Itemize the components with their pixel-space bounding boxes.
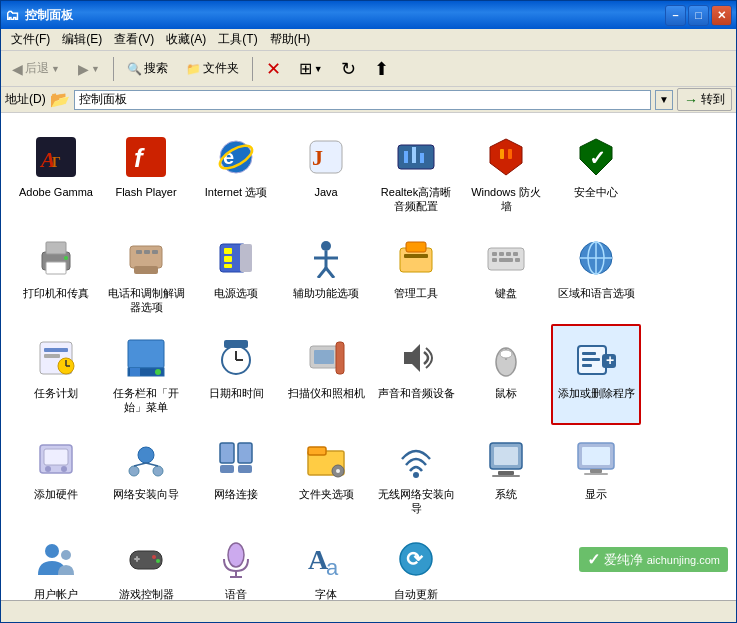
control-item-security[interactable]: ✓ 安全中心 [551, 123, 641, 224]
svg-rect-59 [128, 340, 164, 368]
admin-icon [392, 234, 440, 282]
svg-rect-15 [500, 149, 504, 159]
menu-help[interactable]: 帮助(H) [264, 29, 317, 50]
control-item-datetime[interactable]: 日期和时间 [191, 324, 281, 425]
svg-rect-24 [134, 266, 158, 274]
svg-rect-90 [238, 443, 252, 463]
internet-icon: e [212, 133, 260, 181]
go-button[interactable]: → 转到 [677, 88, 732, 111]
delete-button[interactable]: ✕ [259, 55, 288, 83]
sound-label: 声音和音频设备 [378, 386, 455, 400]
autoupdate-label: 自动更新 [394, 587, 438, 600]
hardware-label: 添加硬件 [34, 487, 78, 501]
folders-button[interactable]: 📁 文件夹 [179, 57, 246, 80]
control-item-display[interactable]: 显示 [551, 425, 641, 526]
svg-line-87 [134, 463, 146, 466]
display-icon [572, 435, 620, 483]
control-item-folderopt[interactable]: 文件夹选项 [281, 425, 371, 526]
svg-rect-26 [144, 250, 150, 254]
svg-rect-21 [46, 262, 66, 274]
control-item-hardware[interactable]: 添加硬件 [11, 425, 101, 526]
netsetup-label: 网络安装向导 [113, 487, 179, 501]
svg-rect-91 [220, 465, 234, 473]
control-item-netconn[interactable]: 网络连接 [191, 425, 281, 526]
control-item-modem[interactable]: 电话和调制解调器选项 [101, 224, 191, 325]
control-item-java[interactable]: J Java [281, 123, 371, 224]
svg-rect-29 [224, 248, 232, 254]
menu-file[interactable]: 文件(F) [5, 29, 56, 50]
security-icon: ✓ [572, 133, 620, 181]
control-item-admin[interactable]: 管理工具 [371, 224, 461, 325]
back-dropdown-icon: ▼ [51, 64, 60, 74]
refresh-button[interactable]: ↻ [334, 55, 363, 83]
control-item-keyboard[interactable]: 键盘 [461, 224, 551, 325]
wireless-label: 无线网络安装向导 [377, 487, 455, 516]
internet-label: Internet 选项 [205, 185, 267, 199]
control-item-flash-player[interactable]: f Flash Player [101, 123, 191, 224]
menu-view[interactable]: 查看(V) [108, 29, 160, 50]
maximize-button[interactable]: □ [688, 5, 709, 26]
control-item-power[interactable]: 电源选项 [191, 224, 281, 325]
control-item-fonts[interactable]: A a 字体 [281, 525, 371, 600]
control-item-netsetup[interactable]: 网络安装向导 [101, 425, 191, 526]
minimize-button[interactable]: – [665, 5, 686, 26]
svg-rect-3 [126, 137, 166, 177]
control-item-realtek[interactable]: Realtek高清晰音频配置 [371, 123, 461, 224]
control-item-system[interactable]: 系统 [461, 425, 551, 526]
watermark-check-icon: ✓ [587, 550, 600, 569]
back-icon: ◀ [12, 61, 23, 77]
menu-favorites[interactable]: 收藏(A) [160, 29, 212, 50]
control-item-sound[interactable]: 声音和音频设备 [371, 324, 461, 425]
control-item-game[interactable]: 游戏控制器 [101, 525, 191, 600]
svg-rect-100 [498, 471, 514, 475]
address-input[interactable] [74, 90, 651, 110]
menu-tools[interactable]: 工具(T) [212, 29, 263, 50]
control-item-adobe-gamma[interactable]: A Γ Adobe Gamma [11, 123, 101, 224]
control-item-addremove[interactable]: + 添加或删除程序 [551, 324, 641, 425]
svg-rect-110 [134, 558, 140, 560]
control-item-region[interactable]: 区域和语言选项 [551, 224, 641, 325]
svg-point-85 [129, 466, 139, 476]
firewall-icon [482, 133, 530, 181]
svg-rect-79 [582, 364, 592, 367]
title-bar: 🗂 控制面板 – □ ✕ [1, 1, 736, 29]
close-button[interactable]: ✕ [711, 5, 732, 26]
main-grid: A Γ Adobe Gamma f Flash Player e Interne… [1, 113, 736, 600]
watermark-subtext: aichunjing.com [647, 554, 720, 566]
control-item-speech[interactable]: 语音 [191, 525, 281, 600]
control-item-accessibility[interactable]: 辅助功能选项 [281, 224, 371, 325]
up-button[interactable]: ⬆ [367, 55, 396, 83]
control-item-mouse[interactable]: 鼠标 [461, 324, 551, 425]
back-button[interactable]: ◀ 后退 ▼ [5, 57, 67, 80]
svg-point-33 [321, 241, 331, 251]
search-button[interactable]: 🔍 搜索 [120, 57, 175, 80]
svg-rect-20 [46, 242, 66, 254]
view-dropdown-icon: ▼ [314, 64, 323, 74]
control-item-taskbar[interactable]: 任务栏和「开始」菜单 [101, 324, 191, 425]
status-bar [1, 600, 736, 622]
control-item-users[interactable]: 用户帐户 [11, 525, 101, 600]
view-button[interactable]: ⊞ ▼ [292, 56, 330, 81]
control-item-scanner[interactable]: 扫描仪和照相机 [281, 324, 371, 425]
forward-button[interactable]: ▶ ▼ [71, 58, 107, 80]
svg-rect-13 [420, 153, 424, 163]
control-item-wireless[interactable]: 无线网络安装向导 [371, 425, 461, 526]
svg-point-62 [155, 369, 161, 375]
modem-icon [122, 234, 170, 282]
address-dropdown[interactable]: ▼ [655, 90, 673, 110]
scanner-icon [302, 334, 350, 382]
power-icon [212, 234, 260, 282]
datetime-label: 日期和时间 [209, 386, 264, 400]
control-item-task[interactable]: 任务计划 [11, 324, 101, 425]
control-item-printer[interactable]: 打印机和传真 [11, 224, 101, 325]
control-item-internet[interactable]: e Internet 选项 [191, 123, 281, 224]
svg-rect-47 [499, 258, 513, 262]
users-icon [32, 535, 80, 583]
taskbar-label: 任务栏和「开始」菜单 [107, 386, 185, 415]
control-item-autoupdate[interactable]: ⟳ 自动更新 [371, 525, 461, 600]
control-item-firewall[interactable]: Windows 防火墙 [461, 123, 551, 224]
watermark-text: 爱纯净 [604, 551, 643, 569]
svg-line-88 [146, 463, 158, 466]
svg-point-107 [61, 550, 71, 560]
menu-edit[interactable]: 编辑(E) [56, 29, 108, 50]
